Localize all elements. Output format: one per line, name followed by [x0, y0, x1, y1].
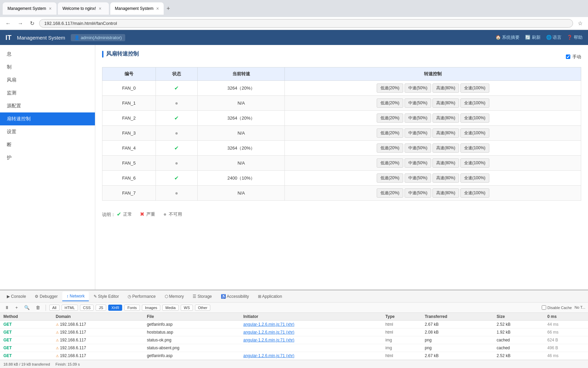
- speed-btn[interactable]: 高速(80%): [432, 173, 459, 183]
- sidebar-item-info[interactable]: 息: [0, 48, 95, 61]
- tab-2[interactable]: Welcome to nginx! ×: [58, 2, 109, 15]
- speed-btn[interactable]: 中速(50%): [405, 188, 431, 198]
- devtools-pause-btn[interactable]: ⏸: [3, 304, 11, 311]
- initiator-link[interactable]: angular-1.2.6.min.js:71 (xhr): [243, 322, 294, 327]
- fan-status: ●: [156, 96, 197, 111]
- speed-btn[interactable]: 低速(20%): [377, 188, 403, 198]
- sidebar-item-monitor[interactable]: 监测: [0, 87, 95, 99]
- speed-btn[interactable]: 低速(20%): [377, 98, 403, 108]
- devtools-tab-style-editor[interactable]: ✎ Style Editor: [89, 292, 123, 301]
- speed-btn[interactable]: 全速(100%): [460, 143, 489, 153]
- forward-button[interactable]: →: [16, 19, 25, 28]
- speed-btn[interactable]: 全速(100%): [460, 158, 489, 168]
- speed-btn[interactable]: 低速(20%): [377, 158, 403, 168]
- disable-cache-checkbox[interactable]: [542, 305, 546, 310]
- reload-button[interactable]: ↻: [28, 19, 36, 28]
- net-col-type: Type: [382, 313, 422, 321]
- net-col-transferred: Transferred: [421, 313, 493, 321]
- filter-js[interactable]: JS: [96, 305, 106, 311]
- net-transferred: png: [421, 336, 493, 344]
- devtools-trash-btn[interactable]: 🗑: [34, 304, 42, 311]
- devtools-tab-application[interactable]: ⊞ Application: [254, 292, 286, 301]
- fan-speed: 3264（20%）: [198, 81, 285, 96]
- devtools-clear-btn[interactable]: +: [13, 304, 20, 311]
- speed-btn[interactable]: 中速(50%): [405, 128, 431, 138]
- filter-other[interactable]: Other: [195, 305, 211, 311]
- tab-3-close[interactable]: ×: [156, 6, 159, 11]
- speed-btn[interactable]: 高速(80%): [432, 128, 459, 138]
- net-domain: ⚠ 192.168.6.117: [52, 344, 144, 352]
- devtools-search-btn[interactable]: 🔍: [22, 304, 32, 311]
- devtools-tab-memory[interactable]: ⬡ Memory: [161, 292, 188, 301]
- initiator-link[interactable]: angular-1.2.6.min.js:71 (xhr): [243, 353, 294, 358]
- speed-btn[interactable]: 低速(20%): [377, 113, 403, 123]
- filter-css[interactable]: CSS: [80, 305, 94, 311]
- speed-btn[interactable]: 中速(50%): [405, 83, 431, 93]
- speed-btn[interactable]: 中速(50%): [405, 113, 431, 123]
- action-language[interactable]: 🌐 语言: [546, 34, 562, 41]
- page-title: 风扇转速控制: [102, 50, 139, 58]
- devtools-tab-accessibility[interactable]: ♿ Accessibility: [217, 292, 253, 301]
- speed-btn[interactable]: 低速(20%): [377, 128, 403, 138]
- sidebar-item-control[interactable]: 制: [0, 61, 95, 74]
- tab-2-close[interactable]: ×: [99, 6, 101, 11]
- filter-xhr[interactable]: XHR: [108, 305, 122, 311]
- tab-1[interactable]: Management System ×: [3, 2, 56, 15]
- devtools-tab-storage[interactable]: ☰ Storage: [189, 292, 216, 301]
- speed-btn[interactable]: 全速(100%): [460, 128, 489, 138]
- sidebar-item-fanspeed[interactable]: 扇转速控制: [0, 112, 95, 125]
- filter-fonts[interactable]: Fonts: [124, 305, 140, 311]
- manual-checkbox[interactable]: 手动: [566, 54, 581, 60]
- speed-btn[interactable]: 全速(100%): [460, 173, 489, 183]
- filter-all[interactable]: All: [49, 305, 60, 311]
- filter-media[interactable]: Media: [162, 305, 179, 311]
- sidebar-item-settings[interactable]: 设置: [0, 125, 95, 138]
- tab-3[interactable]: Management System ×: [110, 2, 164, 15]
- speed-btn[interactable]: 全速(100%): [460, 113, 489, 123]
- devtools-tab-performance[interactable]: ◷ Performance: [124, 292, 160, 301]
- devtools-tab-network[interactable]: ↕ Network: [62, 292, 88, 301]
- sidebar-item-power[interactable]: 源配置: [0, 99, 95, 112]
- sidebar-item-protect[interactable]: 护: [0, 151, 95, 164]
- net-file: hoststatus.asp: [144, 328, 240, 336]
- speed-btn[interactable]: 低速(20%): [377, 173, 403, 183]
- speed-btn[interactable]: 高速(80%): [432, 83, 459, 93]
- speed-btn[interactable]: 低速(20%): [377, 143, 403, 153]
- speed-btn[interactable]: 中速(50%): [405, 98, 431, 108]
- new-tab-button[interactable]: +: [165, 4, 172, 14]
- speed-btn[interactable]: 低速(20%): [377, 83, 403, 93]
- speed-btn[interactable]: 中速(50%): [405, 173, 431, 183]
- filter-html[interactable]: HTML: [62, 305, 78, 311]
- action-help[interactable]: ❓ 帮助: [567, 34, 583, 41]
- speed-btn[interactable]: 高速(80%): [432, 98, 459, 108]
- sidebar-item-diag[interactable]: 断: [0, 138, 95, 151]
- bookmark-button[interactable]: ☆: [576, 19, 585, 28]
- speed-btn[interactable]: 全速(100%): [460, 188, 489, 198]
- net-domain: ⚠ 192.168.6.117: [52, 352, 144, 360]
- devtools-tab-console[interactable]: ▶ Console: [3, 292, 30, 301]
- fan-speed-controls: 低速(20%)中速(50%)高速(80%)全速(100%): [285, 81, 581, 96]
- speed-btn[interactable]: 高速(80%): [432, 188, 459, 198]
- col-header-id: 编号: [102, 67, 156, 81]
- filter-images[interactable]: Images: [142, 305, 160, 311]
- back-button[interactable]: ←: [3, 19, 13, 28]
- filter-ws[interactable]: WS: [181, 305, 193, 311]
- speed-btn[interactable]: 高速(80%): [432, 158, 459, 168]
- speed-btn[interactable]: 全速(100%): [460, 83, 489, 93]
- speed-btn[interactable]: 高速(80%): [432, 143, 459, 153]
- disable-cache-label[interactable]: Disable Cache: [542, 305, 572, 310]
- address-input[interactable]: [39, 19, 573, 28]
- speed-btn[interactable]: 中速(50%): [405, 158, 431, 168]
- action-summary[interactable]: 🏠 系统摘要: [495, 34, 520, 41]
- sidebar-item-fan[interactable]: 风扇: [0, 74, 95, 87]
- speed-btn[interactable]: 全速(100%): [460, 98, 489, 108]
- initiator-link[interactable]: angular-1.2.6.min.js:71 (xhr): [243, 338, 294, 342]
- initiator-link[interactable]: angular-1.2.6.min.js:71 (xhr): [243, 330, 294, 335]
- devtools-tab-debugger[interactable]: ⚙ Debugger: [31, 292, 62, 301]
- table-row: FAN_0 ✔ 3264（20%） 低速(20%)中速(50%)高速(80%)全…: [102, 81, 581, 96]
- speed-btn[interactable]: 高速(80%): [432, 113, 459, 123]
- manual-check-input[interactable]: [566, 55, 570, 59]
- action-refresh[interactable]: 🔄 刷新: [525, 34, 541, 41]
- speed-btn[interactable]: 中速(50%): [405, 143, 431, 153]
- tab-1-close[interactable]: ×: [49, 6, 51, 11]
